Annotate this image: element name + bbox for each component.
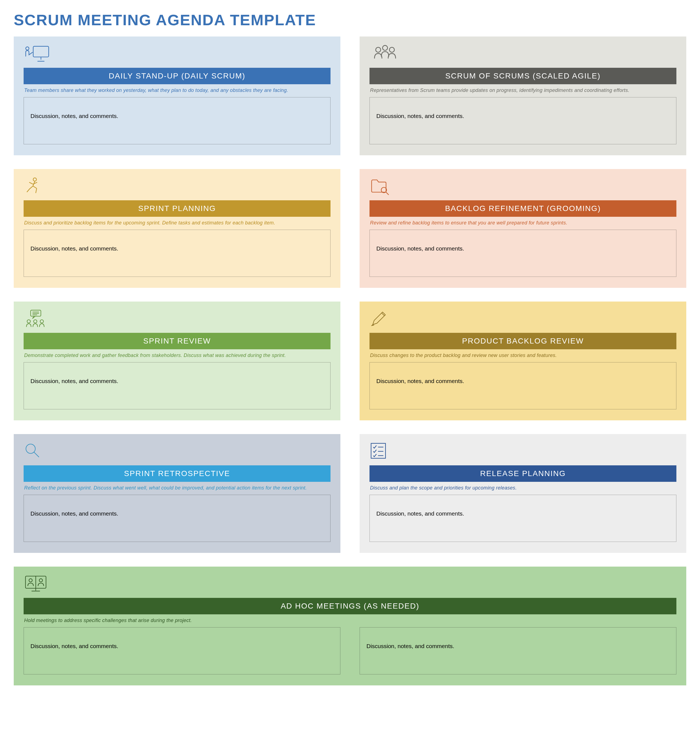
notes-box[interactable]: Discussion, notes, and comments. xyxy=(369,495,676,542)
svg-point-6 xyxy=(383,46,388,50)
card-sprint-retrospective: SPRINT RETROSPECTIVE Reflect on the prev… xyxy=(14,434,340,553)
svg-rect-0 xyxy=(33,46,49,57)
svg-point-5 xyxy=(390,47,394,52)
card-title: SPRINT PLANNING xyxy=(24,200,331,217)
pencil-icon xyxy=(369,309,676,331)
svg-point-15 xyxy=(34,320,37,323)
notes-box[interactable]: Discussion, notes, and comments. xyxy=(24,495,331,542)
card-subtitle: Representatives from Scrum teams provide… xyxy=(370,88,676,93)
card-scrum-of-scrums: SCRUM OF SCRUMS (SCALED AGILE) Represent… xyxy=(360,37,686,155)
people-chat-icon xyxy=(24,309,331,331)
svg-point-26 xyxy=(29,578,32,582)
card-sprint-review: SPRINT REVIEW Demonstrate completed work… xyxy=(14,301,340,420)
card-title: BACKLOG REFINEMENT (GROOMING) xyxy=(369,200,676,217)
card-backlog-refinement: BACKLOG REFINEMENT (GROOMING) Review and… xyxy=(360,169,686,288)
card-title: RELEASE PLANNING xyxy=(369,465,676,482)
notes-box[interactable]: Discussion, notes, and comments. xyxy=(24,230,331,277)
card-title: DAILY STAND-UP (DAILY SCRUM) xyxy=(24,68,331,84)
folder-search-icon xyxy=(369,177,676,199)
card-subtitle: Discuss and prioritize backlog items for… xyxy=(24,220,330,226)
svg-point-14 xyxy=(27,320,31,323)
card-subtitle: Team members share what they worked on y… xyxy=(24,88,330,93)
notes-box[interactable]: Discussion, notes, and comments. xyxy=(369,362,676,410)
card-subtitle: Reflect on the previous sprint. Discuss … xyxy=(24,485,330,491)
card-title: PRODUCT BACKLOG REVIEW xyxy=(369,333,676,349)
notes-box[interactable]: Discussion, notes, and comments. xyxy=(24,627,340,674)
checklist-icon xyxy=(369,442,676,464)
card-product-backlog-review: PRODUCT BACKLOG REVIEW Discuss changes t… xyxy=(360,301,686,420)
card-subtitle: Review and refine backlog items to ensur… xyxy=(370,220,676,226)
presentation-icon xyxy=(24,44,331,66)
running-person-icon xyxy=(24,177,331,199)
magnifier-icon xyxy=(24,442,331,464)
card-release-planning: RELEASE PLANNING Discuss and plan the sc… xyxy=(360,434,686,553)
card-subtitle: Discuss changes to the product backlog a… xyxy=(370,352,676,358)
card-subtitle: Demonstrate completed work and gather fe… xyxy=(24,352,330,358)
svg-point-4 xyxy=(376,47,381,52)
card-subtitle: Hold meetings to address specific challe… xyxy=(24,618,676,623)
card-sprint-planning: SPRINT PLANNING Discuss and prioritize b… xyxy=(14,169,340,288)
notes-box[interactable]: Discussion, notes, and comments. xyxy=(24,97,331,144)
notes-box[interactable]: Discussion, notes, and comments. xyxy=(24,362,331,410)
card-ad-hoc: AD HOC MEETINGS (AS NEEDED) Hold meeting… xyxy=(14,567,686,686)
svg-point-3 xyxy=(26,47,29,50)
card-title: SPRINT REVIEW xyxy=(24,333,331,349)
notes-box[interactable]: Discussion, notes, and comments. xyxy=(369,230,676,277)
people-group-icon xyxy=(369,44,676,66)
page-title: SCRUM MEETING AGENDA TEMPLATE xyxy=(14,11,686,29)
card-title: SCRUM OF SCRUMS (SCALED AGILE) xyxy=(369,68,676,84)
svg-line-9 xyxy=(386,192,389,195)
video-meeting-icon xyxy=(24,574,676,596)
card-daily-standup: DAILY STAND-UP (DAILY SCRUM) Team member… xyxy=(14,37,340,155)
svg-point-27 xyxy=(39,578,43,582)
notes-box[interactable]: Discussion, notes, and comments. xyxy=(360,627,676,674)
svg-point-16 xyxy=(40,320,43,323)
svg-point-7 xyxy=(33,178,37,181)
svg-line-19 xyxy=(34,452,39,457)
card-title: AD HOC MEETINGS (AS NEEDED) xyxy=(24,598,676,614)
card-subtitle: Discuss and plan the scope and prioritie… xyxy=(370,485,676,491)
cards-grid: DAILY STAND-UP (DAILY SCRUM) Team member… xyxy=(14,37,686,686)
notes-box[interactable]: Discussion, notes, and comments. xyxy=(369,97,676,144)
card-title: SPRINT RETROSPECTIVE xyxy=(24,465,331,482)
